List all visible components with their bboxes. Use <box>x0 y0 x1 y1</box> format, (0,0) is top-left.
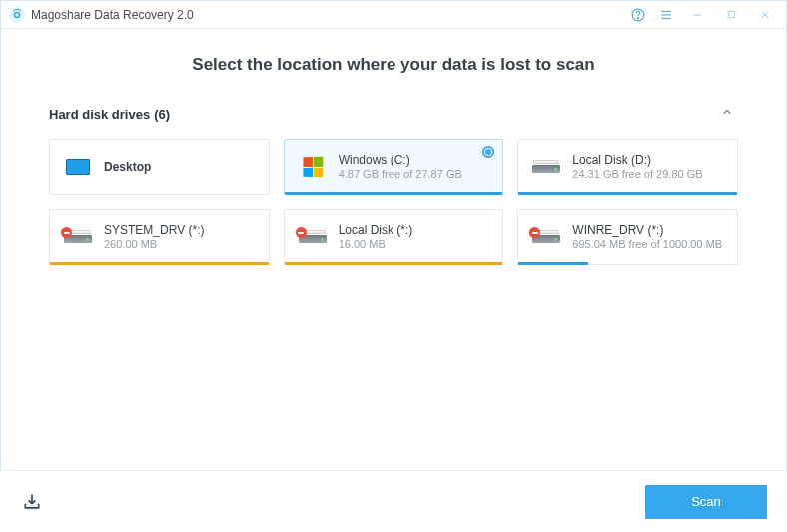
usage-bar <box>518 262 588 265</box>
footer: Scan <box>0 470 787 532</box>
drives-grid: DesktopWindows (C:)4.87 GB free of 27.87… <box>1 127 786 265</box>
drive-subtext: 24.31 GB free of 29.80 GB <box>572 168 702 182</box>
usage-bar <box>518 192 737 195</box>
error-badge-icon <box>296 227 307 238</box>
page-headline: Select the location where your data is l… <box>1 55 786 75</box>
drive-subtext: 16.00 MB <box>339 238 413 252</box>
drive-name: SYSTEM_DRV (*:) <box>104 223 204 238</box>
titlebar: Magoshare Data Recovery 2.0 <box>1 1 786 29</box>
collapse-section-button[interactable] <box>716 101 738 127</box>
svg-point-0 <box>15 12 20 17</box>
help-icon[interactable] <box>624 1 652 29</box>
app-logo-icon <box>9 7 25 23</box>
section-title: Hard disk drives <box>49 107 150 122</box>
drive-icon <box>300 230 326 244</box>
section-header: Hard disk drives (6) <box>1 101 786 127</box>
drive-name: Local Disk (*:) <box>339 223 413 238</box>
drive-icon <box>65 230 91 244</box>
menu-icon[interactable] <box>652 1 680 29</box>
drive-subtext: 695.04 MB free of 1000.00 MB <box>572 238 722 252</box>
close-button[interactable] <box>748 1 782 29</box>
section-count: (6) <box>154 107 170 122</box>
drive-icon <box>533 160 559 174</box>
drive-name: Desktop <box>104 160 151 175</box>
svg-point-2 <box>638 17 639 18</box>
import-icon[interactable] <box>22 492 42 512</box>
error-badge-icon <box>61 227 72 238</box>
usage-bar <box>50 262 269 265</box>
drive-subtext: 260.00 MB <box>104 238 204 252</box>
selected-radio-icon <box>482 146 494 158</box>
drive-name: Local Disk (D:) <box>572 153 702 168</box>
usage-bar <box>285 192 503 195</box>
drive-card[interactable]: WINRE_DRV (*:)695.04 MB free of 1000.00 … <box>517 209 738 265</box>
drive-card[interactable]: Windows (C:)4.87 GB free of 27.87 GB <box>284 139 504 195</box>
drive-icon <box>533 230 559 244</box>
app-title: Magoshare Data Recovery 2.0 <box>31 8 194 22</box>
maximize-button[interactable] <box>714 1 748 29</box>
svg-rect-7 <box>728 11 734 17</box>
drive-card[interactable]: Local Disk (D:)24.31 GB free of 29.80 GB <box>517 139 738 195</box>
drive-subtext: 4.87 GB free of 27.87 GB <box>339 168 462 182</box>
usage-bar <box>285 262 503 265</box>
drive-card[interactable]: Desktop <box>49 139 270 195</box>
drive-name: Windows (C:) <box>339 153 462 168</box>
drive-card[interactable]: SYSTEM_DRV (*:)260.00 MB <box>49 209 270 265</box>
scan-button[interactable]: Scan <box>645 485 767 519</box>
monitor-icon <box>66 159 90 175</box>
windows-logo-icon <box>303 157 323 178</box>
drive-name: WINRE_DRV (*:) <box>572 223 722 238</box>
drive-card[interactable]: Local Disk (*:)16.00 MB <box>284 209 504 265</box>
minimize-button[interactable] <box>680 1 714 29</box>
